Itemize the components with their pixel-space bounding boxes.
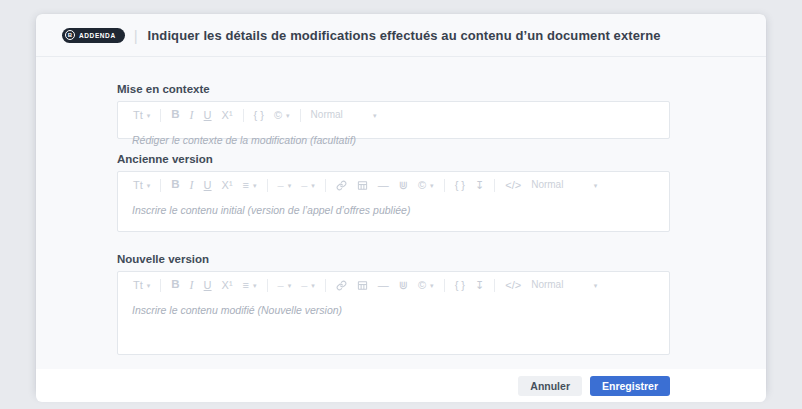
header-divider: |: [134, 27, 138, 44]
toolbar-divider: [267, 279, 268, 292]
paragraph-style-dropdown[interactable]: Normal▾: [526, 280, 602, 290]
special-symbol-icon[interactable]: ⋓: [394, 180, 413, 191]
editor-content-area[interactable]: Inscrire le contenu modifié (Nouvelle ve…: [118, 296, 669, 322]
anchor-icon[interactable]: ↧: [470, 180, 489, 191]
rich-text-toolbar: Tt▾BIUX¹≡▾–▾–▾—⋓©▾{ }↧</>Normal▾: [118, 272, 669, 296]
align-dropdown[interactable]: ≡▾: [238, 180, 262, 191]
highlight-color-dropdown[interactable]: –▾: [296, 280, 320, 291]
modal-header: B ADDENDA | Indiquer les détails de modi…: [36, 14, 766, 57]
save-button[interactable]: Enregistrer: [590, 376, 670, 396]
horizontal-rule-icon[interactable]: —: [373, 180, 394, 191]
toolbar-divider: [494, 179, 495, 192]
toolbar-divider: [300, 109, 301, 122]
logo-circle-icon: B: [65, 30, 75, 40]
text-color-dropdown[interactable]: –▾: [273, 180, 297, 191]
braces-icon[interactable]: { }: [450, 280, 470, 291]
italic-icon[interactable]: I: [185, 109, 199, 121]
chevron-down-icon: ▾: [594, 282, 598, 289]
modal-body: Mise en contexte Tt▾BIUX¹{ }©▾Normal▾ Ré…: [36, 57, 766, 369]
source-code-icon[interactable]: </>: [500, 180, 526, 191]
modal-title: Indiquer les détails de modifications ef…: [148, 28, 661, 43]
toolbar-divider: [325, 179, 326, 192]
rich-text-toolbar: Tt▾BIUX¹{ }©▾Normal▾: [118, 102, 669, 126]
superscript-icon[interactable]: X¹: [217, 110, 238, 121]
copyright-dropdown[interactable]: ©▾: [413, 280, 439, 291]
toolbar-divider: [160, 109, 161, 122]
toolbar-divider: [444, 179, 445, 192]
underline-icon[interactable]: U: [199, 110, 217, 121]
braces-icon[interactable]: { }: [450, 180, 470, 191]
chevron-down-icon: ▾: [288, 182, 292, 189]
toolbar-divider: [325, 279, 326, 292]
font-size-dropdown[interactable]: Tt▾: [128, 110, 155, 121]
italic-icon[interactable]: I: [185, 279, 199, 291]
chevron-down-icon: ▾: [373, 112, 377, 119]
font-size-dropdown[interactable]: Tt▾: [128, 280, 155, 291]
toolbar-divider: [243, 109, 244, 122]
chevron-down-icon: ▾: [430, 282, 434, 289]
bold-icon[interactable]: B: [166, 279, 184, 291]
table-icon[interactable]: [352, 280, 373, 291]
special-character-dropdown[interactable]: ©▾: [269, 110, 295, 121]
toolbar-divider: [494, 279, 495, 292]
superscript-icon[interactable]: X¹: [217, 280, 238, 291]
italic-icon[interactable]: I: [185, 179, 199, 191]
editor-placeholder: Inscrire le contenu initial (version de …: [132, 204, 410, 216]
link-icon[interactable]: [331, 280, 352, 291]
chevron-down-icon: ▾: [147, 182, 151, 189]
modal-footer: Annuler Enregistrer: [36, 369, 766, 402]
addenda-badge: B ADDENDA: [62, 28, 125, 43]
editor-ancienne-version[interactable]: Tt▾BIUX¹≡▾–▾–▾—⋓©▾{ }↧</>Normal▾ Inscrir…: [117, 171, 670, 232]
chevron-down-icon: ▾: [147, 282, 151, 289]
chevron-down-icon: ▾: [311, 182, 315, 189]
anchor-icon[interactable]: ↧: [470, 280, 489, 291]
underline-icon[interactable]: U: [199, 280, 217, 291]
page-background: { "modal": { "badge": { "label": "ADDEND…: [0, 0, 802, 409]
text-color-dropdown[interactable]: –▾: [273, 280, 297, 291]
editor-content-area[interactable]: Inscrire le contenu initial (version de …: [118, 196, 669, 222]
chevron-down-icon: ▾: [430, 182, 434, 189]
chevron-down-icon: ▾: [253, 282, 257, 289]
font-size-dropdown[interactable]: Tt▾: [128, 180, 155, 191]
section-label-ancienne-version: Ancienne version: [117, 153, 670, 165]
table-icon[interactable]: [352, 180, 373, 191]
toolbar-divider: [444, 279, 445, 292]
bold-icon[interactable]: B: [166, 109, 184, 121]
highlight-color-dropdown[interactable]: –▾: [296, 180, 320, 191]
chevron-down-icon: ▾: [253, 182, 257, 189]
toolbar-divider: [267, 179, 268, 192]
editor-placeholder: Inscrire le contenu modifié (Nouvelle ve…: [132, 304, 342, 316]
paragraph-style-dropdown[interactable]: Normal▾: [306, 110, 382, 120]
cancel-button[interactable]: Annuler: [518, 376, 582, 396]
horizontal-rule-icon[interactable]: —: [373, 280, 394, 291]
chevron-down-icon: ▾: [594, 182, 598, 189]
special-symbol-icon[interactable]: ⋓: [394, 280, 413, 291]
chevron-down-icon: ▾: [288, 282, 292, 289]
superscript-icon[interactable]: X¹: [217, 180, 238, 191]
toolbar-divider: [160, 279, 161, 292]
paragraph-style-dropdown[interactable]: Normal▾: [526, 180, 602, 190]
editor-mise-en-contexte[interactable]: Tt▾BIUX¹{ }©▾Normal▾ Rédiger le contexte…: [117, 101, 670, 139]
link-icon[interactable]: [331, 180, 352, 191]
source-code-icon[interactable]: </>: [500, 280, 526, 291]
chevron-down-icon: ▾: [286, 112, 290, 119]
section-label-nouvelle-version: Nouvelle version: [117, 253, 670, 265]
underline-icon[interactable]: U: [199, 180, 217, 191]
editor-nouvelle-version[interactable]: Tt▾BIUX¹≡▾–▾–▾—⋓©▾{ }↧</>Normal▾ Inscrir…: [117, 271, 670, 355]
editor-placeholder: Rédiger le contexte de la modification (…: [132, 134, 356, 146]
copyright-dropdown[interactable]: ©▾: [413, 180, 439, 191]
rich-text-toolbar: Tt▾BIUX¹≡▾–▾–▾—⋓©▾{ }↧</>Normal▾: [118, 172, 669, 196]
badge-label: ADDENDA: [79, 32, 116, 39]
braces-icon[interactable]: { }: [249, 110, 269, 121]
chevron-down-icon: ▾: [147, 112, 151, 119]
editor-content-area[interactable]: Rédiger le contexte de la modification (…: [118, 126, 669, 152]
toolbar-divider: [160, 179, 161, 192]
bold-icon[interactable]: B: [166, 179, 184, 191]
addenda-modal: B ADDENDA | Indiquer les détails de modi…: [36, 14, 766, 395]
chevron-down-icon: ▾: [311, 282, 315, 289]
section-label-mise-en-contexte: Mise en contexte: [117, 83, 670, 95]
align-dropdown[interactable]: ≡▾: [238, 280, 262, 291]
